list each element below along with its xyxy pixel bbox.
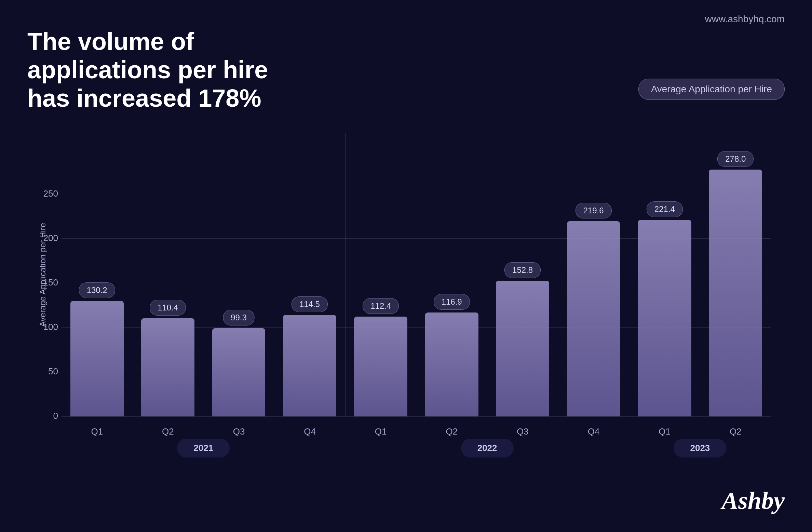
- year-labels: 202120222023: [62, 439, 771, 457]
- bar-2021-Q3: 99.3: [212, 328, 266, 416]
- x-quarter-group-2021: Q1Q2Q3Q4: [62, 422, 345, 437]
- bar-value-2023-Q1: 221.4: [647, 201, 683, 217]
- x-label-2021-Q1: Q1: [62, 422, 133, 437]
- bar-value-2021-Q1: 130.2: [79, 282, 115, 298]
- page-container: www.ashbyhq.com The volume of applicatio…: [0, 0, 812, 532]
- x-label-2022-Q2: Q2: [416, 422, 487, 437]
- x-label-2023-Q2: Q2: [700, 422, 771, 437]
- year-badge-2022: 2022: [461, 439, 514, 457]
- x-label-2023-Q1: Q1: [629, 422, 700, 437]
- x-quarter-group-2023: Q1Q2: [629, 422, 771, 437]
- x-label-2022-Q3: Q3: [487, 422, 558, 437]
- legend-badge: Average Application per Hire: [638, 79, 785, 100]
- bar-value-2021-Q3: 99.3: [223, 310, 255, 325]
- year-group-2022: 112.4116.9152.8219.6: [346, 133, 630, 416]
- y-tick-label: 50: [38, 366, 58, 377]
- y-tick-label: 150: [38, 277, 58, 288]
- year-group-2023: 221.4278.0: [629, 133, 771, 416]
- bar-value-2023-Q2: 278.0: [717, 151, 754, 167]
- y-tick-label: 100: [38, 322, 58, 332]
- website-url: www.ashbyhq.com: [705, 14, 785, 25]
- bar-2022-Q1: 112.4: [354, 317, 407, 416]
- year-badge-2023: 2023: [674, 439, 726, 457]
- chart-area: Average Application per Hire 05010015020…: [27, 133, 785, 457]
- year-label-group-2022: 2022: [345, 439, 629, 457]
- ashby-logo: Ashby: [722, 487, 785, 515]
- bars-row: 130.2110.499.3114.5112.4116.9152.8219.62…: [62, 133, 771, 416]
- chart-inner: 050100150200250130.2110.499.3114.5112.41…: [62, 133, 771, 416]
- bar-2022-Q2: 116.9: [425, 312, 478, 416]
- y-tick-label: 200: [38, 233, 58, 243]
- page-title: The volume of applications per hire has …: [27, 27, 301, 112]
- bar-wrapper-2022-Q4: 219.6: [558, 133, 629, 416]
- bar-2021-Q4: 114.5: [283, 315, 336, 417]
- x-quarter-group-2022: Q1Q2Q3Q4: [345, 422, 629, 437]
- bar-value-2021-Q4: 114.5: [292, 296, 328, 312]
- bar-wrapper-2023-Q1: 221.4: [629, 133, 700, 416]
- year-badge-2021: 2021: [177, 439, 230, 457]
- year-group-2021: 130.2110.499.3114.5: [62, 133, 346, 416]
- y-tick-label: 0: [38, 411, 58, 421]
- bar-wrapper-2021-Q1: 130.2: [62, 133, 132, 416]
- x-axis-line: [62, 416, 771, 416]
- x-quarter-labels: Q1Q2Q3Q4Q1Q2Q3Q4Q1Q2: [62, 422, 771, 437]
- bar-wrapper-2021-Q2: 110.4: [132, 133, 203, 416]
- x-label-2021-Q2: Q2: [133, 422, 204, 437]
- bar-value-2022-Q1: 112.4: [363, 298, 399, 314]
- year-label-group-2021: 2021: [62, 439, 345, 457]
- bar-wrapper-2022-Q1: 112.4: [346, 133, 416, 416]
- bar-value-2021-Q2: 110.4: [150, 300, 186, 316]
- bar-2021-Q1: 130.2: [70, 301, 124, 417]
- bar-value-2022-Q3: 152.8: [504, 262, 541, 278]
- bar-2021-Q2: 110.4: [141, 318, 194, 416]
- y-tick-label: 250: [38, 188, 58, 199]
- x-label-2021-Q3: Q3: [203, 422, 274, 437]
- year-label-group-2023: 2023: [629, 439, 771, 457]
- bar-wrapper-2022-Q3: 152.8: [487, 133, 558, 416]
- bar-value-2022-Q2: 116.9: [434, 294, 470, 310]
- bar-2023-Q2: 278.0: [709, 170, 762, 417]
- bar-wrapper-2021-Q4: 114.5: [274, 133, 345, 416]
- bar-wrapper-2023-Q2: 278.0: [700, 133, 771, 416]
- bar-2022-Q3: 152.8: [496, 281, 549, 416]
- bar-wrapper-2021-Q3: 99.3: [203, 133, 274, 416]
- bar-wrapper-2022-Q2: 116.9: [416, 133, 487, 416]
- bar-2022-Q4: 219.6: [567, 221, 620, 416]
- x-label-2021-Q4: Q4: [274, 422, 346, 437]
- bar-value-2022-Q4: 219.6: [575, 203, 611, 218]
- bar-2023-Q1: 221.4: [638, 220, 691, 417]
- x-label-2022-Q1: Q1: [345, 422, 416, 437]
- x-label-2022-Q4: Q4: [558, 422, 629, 437]
